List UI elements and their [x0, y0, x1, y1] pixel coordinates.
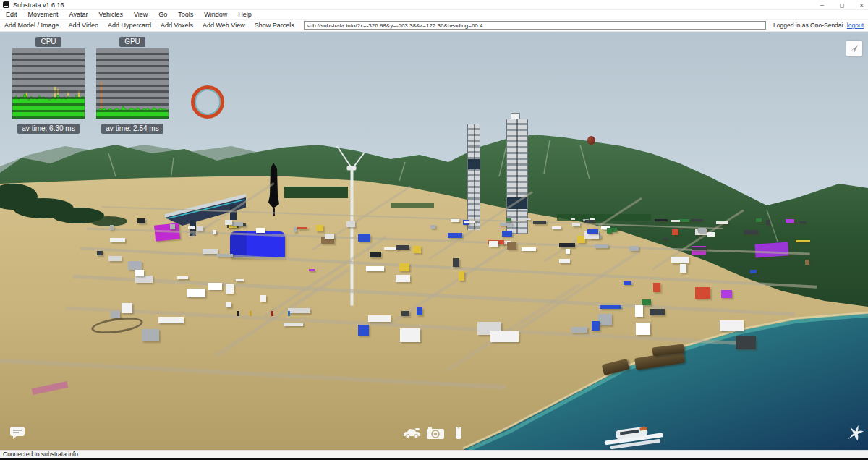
parcel-object — [571, 218, 575, 220]
parcel-object — [624, 281, 631, 285]
parcel-object — [231, 222, 243, 226]
parcel-object — [217, 254, 233, 257]
url-input[interactable] — [304, 21, 766, 30]
parcel-object — [572, 223, 580, 226]
parcel-object — [358, 234, 370, 242]
parcel-object — [600, 305, 621, 309]
cpu-panel: CPU av time: 6.30 ms — [12, 34, 85, 134]
toolbar-button-add-web-view[interactable]: Add Web View — [203, 22, 245, 29]
menu-item-avatar[interactable]: Avatar — [69, 11, 88, 18]
maximize-button[interactable]: □ — [840, 0, 843, 10]
scaffold-tower-left — [467, 124, 480, 230]
toolbar-button-show-parcels[interactable]: Show Parcels — [255, 22, 294, 29]
purple-structure — [754, 242, 788, 257]
parcel-object — [695, 287, 710, 299]
parcel-object — [692, 247, 707, 250]
toolbar-button-add-voxels[interactable]: Add Voxels — [161, 22, 193, 29]
parcel-object — [297, 227, 307, 229]
parcel-object — [585, 220, 595, 223]
parcel-object — [736, 336, 756, 349]
toolbar-button-add-model-image[interactable]: Add Model / Image — [4, 22, 59, 29]
parcel-object — [170, 224, 175, 229]
camera-icon[interactable] — [426, 427, 445, 443]
parcel-object — [137, 218, 145, 223]
menu-item-edit[interactable]: Edit — [6, 11, 17, 18]
parcel-object — [110, 225, 114, 230]
parcel-object — [177, 276, 188, 279]
parcel-object — [707, 232, 715, 237]
cursor-arrow-button[interactable] — [846, 41, 862, 56]
avatar — [288, 311, 290, 316]
cursor-arrow-icon — [849, 43, 859, 54]
parcel-object — [587, 229, 598, 234]
parcel-object — [197, 226, 203, 231]
status-text: Connected to substrata.info — [3, 451, 78, 458]
parcel-object — [691, 219, 703, 221]
parcel-object — [636, 323, 650, 335]
parcel-object — [366, 266, 384, 271]
parcel-object — [595, 244, 608, 248]
parcel-object — [325, 234, 334, 239]
parcel-object — [122, 303, 132, 313]
avatar — [250, 311, 252, 316]
menu-item-view[interactable]: View — [134, 11, 148, 18]
minimize-button[interactable]: – — [820, 0, 824, 10]
vehicle-icon[interactable] — [402, 427, 422, 442]
parcel-object — [766, 220, 770, 225]
parcel-object — [502, 231, 512, 237]
parcel-object — [256, 228, 265, 233]
parcel-object — [400, 328, 420, 342]
tower-top-box — [511, 113, 520, 119]
parcel-object — [109, 256, 122, 261]
parcel-object — [203, 249, 218, 254]
phone-icon[interactable] — [455, 426, 462, 443]
toolbar-button-add-hypercard[interactable]: Add Hypercard — [108, 22, 151, 29]
bird-icon[interactable] — [846, 425, 864, 445]
menu-item-vehicles[interactable]: Vehicles — [98, 11, 123, 18]
window-controls: – □ ✕ — [820, 0, 864, 10]
parcel-object — [284, 323, 303, 326]
parcel-object — [453, 258, 459, 267]
menu-item-tools[interactable]: Tools — [178, 11, 193, 18]
parcel-object — [226, 302, 231, 307]
parcel-object — [653, 283, 660, 292]
world-viewport[interactable]: CPU av time: 6.30 ms GPU av time: 2.54 m… — [0, 32, 868, 450]
parcel-object — [598, 314, 612, 325]
menu-item-go[interactable]: Go — [158, 11, 167, 18]
parcel-object — [750, 270, 757, 273]
parcel-object — [522, 247, 536, 251]
parcel-object — [500, 223, 513, 226]
parcel-object — [187, 289, 205, 297]
tree-farm — [284, 187, 348, 198]
parcel-object — [430, 225, 435, 229]
toolbar-buttons: Add Model / ImageAdd VideoAdd HypercardA… — [4, 22, 304, 29]
close-button[interactable]: ✕ — [860, 0, 864, 10]
parcel-object — [135, 270, 144, 276]
scaffold-tower-right — [506, 119, 528, 234]
toolbar-button-add-video[interactable]: Add Video — [69, 22, 98, 29]
chat-icon[interactable] — [9, 426, 27, 443]
parcel-object — [309, 269, 315, 271]
gpu-panel: GPU av time: 2.54 ms — [96, 34, 169, 134]
parcel-object — [552, 226, 561, 229]
parcel-object — [188, 226, 195, 229]
cpu-av-time: av time: 6.30 ms — [17, 124, 79, 134]
menu-item-help[interactable]: Help — [238, 11, 252, 18]
tree-row-3 — [391, 203, 434, 208]
parcel-object — [288, 308, 310, 313]
parcel-object — [226, 284, 234, 294]
parcel-object — [128, 261, 142, 270]
parcel-object — [744, 230, 758, 234]
gpu-label: GPU — [119, 37, 145, 47]
logout-link[interactable]: logout — [847, 22, 864, 29]
parcel-object — [459, 271, 464, 281]
parcel-object — [720, 320, 744, 331]
login-status: Logged in as Ono-Sendai.logout — [773, 22, 864, 29]
parcel-object — [111, 311, 120, 318]
parcel-object — [559, 259, 570, 263]
menu-item-movement[interactable]: Movement — [28, 11, 59, 18]
parcel-object — [142, 329, 159, 341]
menu-item-window[interactable]: Window — [204, 11, 227, 18]
parcel-object — [786, 219, 794, 223]
parcel-object — [663, 238, 668, 240]
